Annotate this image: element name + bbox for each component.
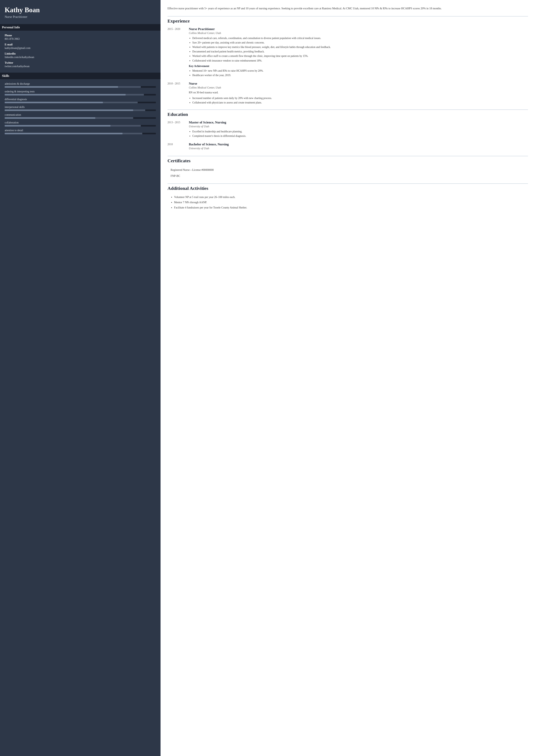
activity-item: Volunteer NP at 5 trail runs per year 26… [174, 194, 528, 200]
experience-item: 2015 - 2020Nurse PractitionerCollins Med… [168, 27, 528, 77]
certificates-header: Certificates [168, 156, 528, 163]
linkedin-value: linkedin.com/in/kathyzboan [5, 56, 156, 59]
activities-section: Additional Activities Volunteer NP at 5 … [168, 183, 528, 210]
main-content: Effective nurse practitioner with 5+ yea… [160, 0, 535, 756]
skills-header: Skills [0, 72, 160, 79]
list-item: Increased number of patients seen daily … [192, 96, 528, 100]
list-item: Worked with office staff to create a smo… [192, 54, 528, 58]
education-detail: Bachelor of Science, NursingUniversity o… [189, 142, 528, 151]
activity-item: Facilitate 4 fundraisers per year for To… [174, 205, 528, 210]
skill-bar [5, 133, 156, 134]
list-item: Mentored 10+ new NPs and RNs to raise HC… [192, 69, 528, 73]
job-description: RN on 30-bed trauma ward. [189, 91, 528, 95]
job-title: Nurse [189, 82, 528, 86]
skill-bar [5, 109, 156, 111]
email-value: kathyzboan@gmail.com [5, 46, 156, 50]
education-date: 2010 [168, 142, 189, 151]
skill-item: differential diagnosis [5, 98, 156, 103]
bullet-list: Delivered medical care, referrals, coord… [189, 36, 528, 63]
experience-section: Experience 2015 - 2020Nurse Practitioner… [168, 16, 528, 105]
job-company: Collins Medical Center, Utah [189, 86, 528, 89]
summary-text: Effective nurse practitioner with 5+ yea… [168, 6, 528, 11]
list-item: Saw 20+ patients per day, assisting with… [192, 41, 528, 45]
certificates-section: Certificates Registered Nurse—License #0… [168, 156, 528, 179]
linkedin-label: LinkedIn [5, 52, 156, 55]
skill-item: collaboration [5, 121, 156, 126]
achievement-label: Key Achievement [189, 65, 528, 68]
skill-name: differential diagnosis [5, 98, 156, 101]
skill-item: attention to detail [5, 129, 156, 134]
email-label: E-mail [5, 43, 156, 46]
skill-name: communication [5, 113, 156, 117]
skill-bar [5, 125, 156, 126]
education-item: 2010Bachelor of Science, NursingUniversi… [168, 142, 528, 151]
skill-name: admissions & discharge [5, 82, 156, 85]
skill-item: admissions & discharge [5, 82, 156, 88]
skill-bar [5, 117, 156, 119]
personal-info-header: Personal Info [0, 24, 160, 31]
education-detail: Master of Science, NursingUniversity of … [189, 121, 528, 138]
skill-bar [5, 86, 156, 88]
list-item: Completed master's thesis in differentia… [192, 134, 528, 138]
experience-detail: Nurse PractitionerCollins Medical Center… [189, 27, 528, 77]
list-item: Worked with patients to improve key metr… [192, 45, 528, 49]
certificate-item: Registered Nurse—License #00000000 [168, 167, 528, 173]
education-date: 2013 - 2015 [168, 121, 189, 138]
skill-name: interpersonal skills [5, 106, 156, 109]
twitter-label: Twitter [5, 61, 156, 65]
experience-date: 2015 - 2020 [168, 27, 189, 77]
phone-field: Phone 801-870-3963 [5, 34, 156, 41]
phone-label: Phone [5, 34, 156, 37]
skill-item: interpersonal skills [5, 106, 156, 111]
bullet-list: Increased number of patients seen daily … [189, 96, 528, 105]
activities-header: Additional Activities [168, 183, 528, 191]
skill-name: collaboration [5, 121, 156, 124]
experience-date: 2010 - 2015 [168, 82, 189, 105]
phone-value: 801-870-3963 [5, 38, 156, 41]
experience-detail: NurseCollins Medical Center, UtahRN on 3… [189, 82, 528, 105]
twitter-value: twitter.com/kathyzboan [5, 65, 156, 68]
email-field: E-mail kathyzboan@gmail.com [5, 43, 156, 50]
education-title: Bachelor of Science, Nursing [189, 142, 528, 146]
experience-header: Experience [168, 16, 528, 24]
skill-item: communication [5, 113, 156, 119]
list-item: Delivered medical care, referrals, coord… [192, 36, 528, 41]
sidebar: Kathy Boan Nurse Practitioner Personal I… [0, 0, 160, 756]
twitter-field: Twitter twitter.com/kathyzboan [5, 61, 156, 68]
education-bullet-list: Excelled in leadership and healthcare pl… [189, 129, 528, 138]
education-header: Education [168, 109, 528, 117]
candidate-name: Kathy Boan [5, 6, 156, 14]
experience-item: 2010 - 2015NurseCollins Medical Center, … [168, 82, 528, 105]
activity-item: Mentor 7 NPs through AANP. [174, 200, 528, 205]
education-item: 2013 - 2015Master of Science, NursingUni… [168, 121, 528, 138]
skill-bar [5, 102, 156, 103]
list-item: Documented and tracked patient health me… [192, 49, 528, 54]
skill-bar [5, 94, 156, 96]
job-company: Collins Medical Center, Utah [189, 31, 528, 35]
education-title: Master of Science, Nursing [189, 121, 528, 125]
candidate-title: Nurse Practitioner [5, 15, 156, 19]
skills-list: admissions & dischargeordering & interpr… [5, 82, 156, 134]
certificate-item: FNP-BC [168, 173, 528, 179]
list-item: Healthcare worker of the year, 2019. [192, 73, 528, 77]
list-item: Excelled in leadership and healthcare pl… [192, 129, 528, 134]
list-item: Collaborated with insurance vendors to r… [192, 58, 528, 63]
job-title: Nurse Practitioner [189, 27, 528, 31]
education-section: Education 2013 - 2015Master of Science, … [168, 109, 528, 151]
achievement-list: Mentored 10+ new NPs and RNs to raise HC… [189, 69, 528, 77]
skill-name: attention to detail [5, 129, 156, 132]
education-institution: University of Utah [189, 147, 528, 150]
list-item: Collaborated with physicians to assess a… [192, 100, 528, 105]
skill-item: ordering & interpreting tests [5, 90, 156, 96]
education-institution: University of Utah [189, 125, 528, 128]
skill-name: ordering & interpreting tests [5, 90, 156, 93]
linkedin-field: LinkedIn linkedin.com/in/kathyzboan [5, 52, 156, 59]
